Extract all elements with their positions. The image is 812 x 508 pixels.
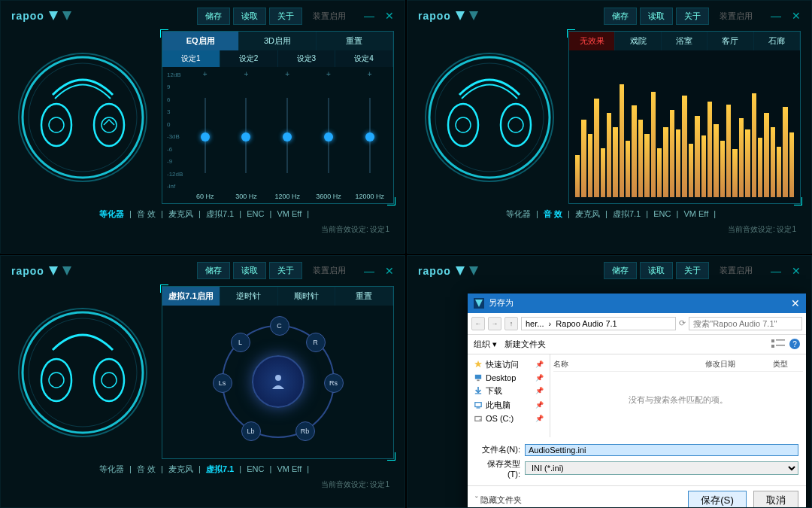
speaker-lb[interactable]: Lb: [241, 421, 261, 441]
bottomtab-mic[interactable]: 麦克风: [572, 209, 603, 218]
search-input[interactable]: [689, 317, 802, 330]
preset-2[interactable]: 设定2: [220, 50, 278, 67]
sidebar-item-pc[interactable]: 此电脑📌: [471, 398, 547, 412]
tab-v71-enable[interactable]: 虚拟7.1启用: [162, 287, 220, 306]
filetype-select[interactable]: INI (*.ini): [525, 461, 798, 475]
sidebar-item-download[interactable]: 下载📌: [471, 384, 547, 398]
tab-3d-enable[interactable]: 3D启用: [239, 32, 316, 50]
nav-fwd-icon[interactable]: →: [488, 317, 501, 330]
tab-cw[interactable]: 顺时针: [278, 287, 336, 306]
load-button[interactable]: 读取: [640, 8, 673, 25]
apply-button[interactable]: 装置启用: [712, 8, 760, 24]
speaker-rb[interactable]: Rb: [295, 421, 315, 441]
headphone-graphic: [418, 31, 561, 204]
bottomtab-eq[interactable]: 等化器: [503, 209, 534, 218]
surround-ring: Sub C L R Ls Rs Lb Rb: [222, 325, 335, 438]
tab-reset[interactable]: 重置: [335, 287, 393, 306]
help-icon[interactable]: ?: [789, 339, 800, 349]
bottomtab-mic[interactable]: 麦克风: [165, 464, 196, 473]
path-refresh-icon[interactable]: ⟳: [679, 318, 686, 328]
preset-4[interactable]: 设定4: [335, 50, 393, 67]
tab-no-effect[interactable]: 无效果: [569, 32, 615, 50]
tab-theater[interactable]: 戏院: [615, 32, 661, 50]
close-icon[interactable]: ✕: [792, 10, 801, 22]
about-button[interactable]: 关于: [676, 262, 709, 279]
tab-eq-enable[interactable]: EQ启用: [162, 32, 239, 50]
bottomtab-eq[interactable]: 等化器: [96, 209, 127, 218]
close-icon[interactable]: ✕: [792, 265, 801, 277]
path-input[interactable]: [521, 317, 676, 330]
dialog-cancel-button[interactable]: 取消: [753, 491, 798, 509]
bottomtab-sfx[interactable]: 音 效: [134, 464, 159, 473]
load-button[interactable]: 读取: [233, 262, 266, 279]
speaker-c[interactable]: C: [270, 316, 289, 336]
minimize-icon[interactable]: —: [771, 10, 781, 22]
apply-button[interactable]: 装置启用: [305, 8, 353, 24]
new-folder-button[interactable]: 新建文件夹: [504, 339, 546, 350]
eq-slider-1200[interactable]: +1200 Hz: [267, 70, 308, 200]
sidebar-item-disk[interactable]: OS (C:)📌: [471, 412, 547, 424]
bottomtab-enc[interactable]: ENC: [650, 209, 674, 218]
bottomtab-sfx[interactable]: 音 效: [134, 209, 159, 218]
tab-bathroom[interactable]: 浴室: [662, 32, 707, 50]
bottomtab-virtual71[interactable]: 虚拟7.1: [610, 209, 644, 218]
bottomtab-enc[interactable]: ENC: [244, 209, 267, 218]
bottomtab-vmeff[interactable]: VM Eff: [274, 209, 304, 218]
spectrum-bar: [588, 134, 592, 197]
eq-slider-12000[interactable]: +12000 Hz: [349, 70, 390, 200]
bottomtab-mic[interactable]: 麦克风: [165, 209, 196, 218]
bottomtab-virtual71[interactable]: 虚拟7.1: [203, 209, 237, 218]
dialog-titlebar[interactable]: 另存为 ✕: [468, 294, 806, 313]
bottomtab-virtual71[interactable]: 虚拟7.1: [203, 464, 237, 473]
about-button[interactable]: 关于: [269, 262, 302, 279]
load-button[interactable]: 读取: [233, 8, 266, 25]
eq-slider-3600[interactable]: +3600 Hz: [308, 70, 350, 200]
about-button[interactable]: 关于: [676, 8, 709, 25]
save-button[interactable]: 储存: [197, 262, 230, 279]
save-button[interactable]: 储存: [604, 262, 637, 279]
view-mode-icon[interactable]: [771, 339, 785, 349]
sidebar-item-desktop[interactable]: Desktop📌: [471, 372, 547, 384]
hide-folders-toggle[interactable]: ˇ 隐藏文件夹: [475, 494, 522, 506]
eq-slider-60[interactable]: +60 Hz: [184, 70, 226, 200]
tab-reset[interactable]: 重置: [317, 32, 393, 50]
column-headers[interactable]: 名称 修改日期 类型: [553, 357, 803, 372]
bottomtab-eq[interactable]: 等化器: [96, 464, 127, 473]
speaker-r[interactable]: R: [306, 333, 326, 352]
status-bar: 当前音效设定: 设定1: [1, 224, 404, 239]
eq-slider-300[interactable]: +300 Hz: [226, 70, 267, 200]
apply-button[interactable]: 装置启用: [712, 263, 760, 278]
spectrum-bar: [714, 124, 718, 197]
save-button[interactable]: 储存: [604, 8, 637, 25]
bottomtab-vmeff[interactable]: VM Eff: [274, 464, 304, 473]
svg-point-8: [429, 57, 550, 178]
save-button[interactable]: 储存: [197, 8, 230, 25]
bottomtab-vmeff[interactable]: VM Eff: [680, 209, 711, 218]
minimize-icon[interactable]: —: [364, 10, 374, 22]
dialog-save-button[interactable]: 保存(S): [688, 491, 747, 509]
tab-living[interactable]: 客厅: [707, 32, 753, 50]
nav-back-icon[interactable]: ←: [471, 317, 485, 330]
nav-up-icon[interactable]: ↑: [504, 317, 518, 330]
preset-1[interactable]: 设定1: [162, 50, 220, 67]
organize-menu[interactable]: 组织 ▾: [474, 339, 497, 350]
speaker-l[interactable]: L: [231, 333, 250, 352]
close-icon[interactable]: ✕: [385, 265, 394, 277]
bottomtab-sfx[interactable]: 音 效: [541, 209, 565, 218]
dialog-close-icon[interactable]: ✕: [791, 297, 800, 309]
tab-corridor[interactable]: 石廊: [754, 32, 800, 50]
apply-button[interactable]: 装置启用: [305, 263, 353, 278]
close-icon[interactable]: ✕: [385, 10, 394, 22]
speaker-rs[interactable]: Rs: [324, 373, 344, 393]
speaker-ls[interactable]: Ls: [213, 373, 232, 393]
minimize-icon[interactable]: —: [364, 265, 374, 277]
bottomtab-enc[interactable]: ENC: [244, 464, 267, 473]
minimize-icon[interactable]: —: [771, 265, 781, 277]
tab-ccw[interactable]: 逆时针: [220, 287, 278, 306]
sidebar-item-star[interactable]: 快速访问📌: [471, 357, 547, 372]
filename-input[interactable]: [525, 444, 798, 456]
spectrum-bar: [638, 120, 643, 197]
about-button[interactable]: 关于: [269, 8, 302, 25]
load-button[interactable]: 读取: [640, 262, 673, 279]
preset-3[interactable]: 设定3: [278, 50, 336, 67]
